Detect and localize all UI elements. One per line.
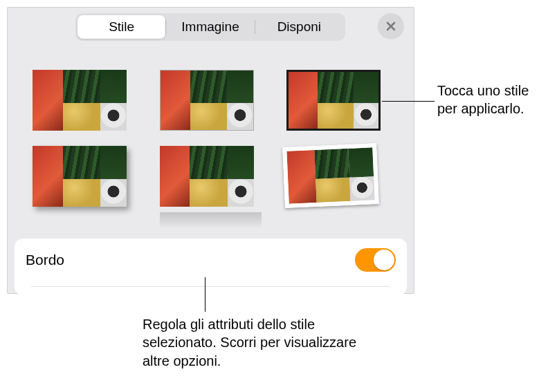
style-preset-gray-border[interactable] xyxy=(160,70,262,131)
tab-image[interactable]: Immagine xyxy=(166,15,254,39)
style-preset-shadow[interactable] xyxy=(33,146,135,212)
border-label: Bordo xyxy=(26,252,64,268)
tab-arrange[interactable]: Disponi xyxy=(255,15,343,39)
tab-label: Disponi xyxy=(277,19,321,35)
callout-style-text: Tocca uno stile per applicarlo. xyxy=(437,82,538,118)
tab-style[interactable]: Stile xyxy=(77,15,165,39)
border-row: Bordo xyxy=(15,239,407,295)
toggle-knob xyxy=(374,250,394,270)
row-divider xyxy=(31,286,390,287)
panel-header: Stile Immagine Disponi xyxy=(8,8,414,41)
tab-segmented-control: Stile Immagine Disponi xyxy=(75,13,345,41)
style-preset-none[interactable] xyxy=(33,70,135,131)
tab-label: Immagine xyxy=(181,19,239,35)
style-preset-reflection[interactable] xyxy=(160,146,262,212)
tab-label: Stile xyxy=(109,19,134,35)
callout-attributes-text: Regola gli attributi dello stile selezio… xyxy=(143,315,364,370)
close-icon xyxy=(385,21,396,32)
close-button[interactable] xyxy=(378,13,404,39)
format-panel: Stile Immagine Disponi xyxy=(7,7,414,294)
style-preset-black-border[interactable] xyxy=(286,70,389,131)
style-preset-frame[interactable] xyxy=(284,145,386,213)
callout-line xyxy=(382,101,435,102)
style-presets-grid xyxy=(8,41,414,226)
border-toggle[interactable] xyxy=(355,248,396,272)
callout-line xyxy=(205,277,205,312)
